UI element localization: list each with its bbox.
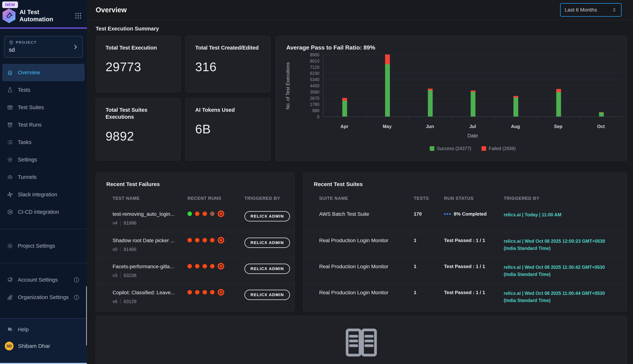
legend-swatch [430,146,434,151]
summary-card-value: 6B [195,122,261,136]
suite-tests-count: 1 [414,264,444,269]
x-tick [366,117,367,119]
run-status-dot-red[interactable] [203,238,207,242]
x-tick [494,117,495,119]
suite-name[interactable]: Real Production Login Monitor [319,290,414,296]
documentation-card: Harness AI Test Automation Documentation… [96,316,627,364]
failure-row: test-removing_auto_login...v481996RELICX… [96,206,294,232]
run-status-dot-ring[interactable] [218,210,224,217]
run-status-dot-red[interactable] [210,290,214,294]
triggered-by-button[interactable]: RELICX ADMIN [244,290,290,300]
test-version-id: v663129 [113,299,187,304]
run-status-dot-red[interactable] [187,264,192,268]
run-status-dot-red[interactable] [210,264,214,268]
test-run-id: 81996 [124,220,136,226]
run-status-dot-red[interactable] [203,264,207,268]
gridline [324,54,622,54]
page-header: Overview Last 6 Months [87,0,633,20]
summary-row: Total Test Execution29773Total Test Crea… [96,36,627,161]
suite-triggered-by[interactable]: relicx.ai | Today | 11:00 AM [504,211,620,218]
sidebar-item-project-settings[interactable]: Project Settings [2,237,85,255]
sidebar-item-label: Tunnels [18,174,85,180]
suite-triggered-by[interactable]: relicx.ai | Wed Oct 08 2025 11:30:42 GMT… [504,264,620,278]
run-status-dot-red[interactable] [195,264,199,268]
test-version: v0 [113,247,117,252]
test-name[interactable]: Shadow root Date picker ... [113,238,187,244]
x-tick [409,117,409,119]
triggered-by-button[interactable]: RELICX ADMIN [244,211,290,222]
triggered-by-cell: RELICX ADMIN [244,211,290,222]
sidebar-bottom-edge [0,363,87,364]
run-status-dot-brown[interactable] [210,212,214,216]
x-tick-label: Apr [323,124,366,129]
run-status-dot-red[interactable] [187,290,192,294]
suite-triggered-by[interactable]: relicx.ai | Wed Oct 08 2025 11:00:44 GMT… [504,290,620,304]
run-status-dot-ring[interactable] [218,289,224,296]
grid-icon [7,104,13,110]
suite-name[interactable]: Real Production Login Monitor [319,238,414,244]
summary-card-label: Total Test Suites Executions [106,106,171,120]
sidebar-item-organization-settings[interactable]: Organization Settings [2,288,85,306]
suite-row: AWS Batch Test Suite1708% Completedrelic… [303,206,626,232]
app-logo [3,8,16,23]
sidebar-item-tests[interactable]: Tests [2,81,85,99]
separator [120,273,121,278]
sidebar-divider [0,263,87,263]
sidebar-item-tunnels[interactable]: Tunnels [2,168,85,186]
test-name[interactable]: Copilot: Classified: Leave... [113,290,187,296]
run-status-dot-red[interactable] [195,212,199,216]
sidebar-item-ci-cd-integration[interactable]: CI-CD integration [2,203,85,221]
bar-aug [513,96,518,116]
run-status-dot-red[interactable] [195,238,199,242]
home-icon [7,70,13,76]
user-menu[interactable]: SD Shibam Dhar [5,342,85,350]
suite-name[interactable]: AWS Batch Test Suite [319,211,414,217]
run-status-dot-red[interactable] [187,238,192,242]
run-status-dot-ring[interactable] [218,263,224,270]
run-status-dot-green[interactable] [187,212,192,216]
legend-swatch [481,146,486,151]
test-name[interactable]: test-removing_auto_login... [113,211,187,217]
run-status-dot-ring[interactable] [218,237,224,244]
run-status-dot-red[interactable] [203,212,207,216]
triggered-by-button[interactable]: RELICX ADMIN [244,238,290,248]
sidebar-item-settings[interactable]: Settings [2,151,85,168]
test-run-id: 63238 [124,273,136,278]
column-header: TRIGGERED BY [244,196,287,201]
run-status-dot-red[interactable] [203,290,207,294]
sidebar-item-overview[interactable]: Overview [2,64,85,81]
gear-icon [7,157,13,163]
x-tick-label: May [366,124,409,129]
column-header: RECENT RUNS [187,196,244,201]
column-header: SUITE NAME [319,196,414,201]
bar-success-segment [599,112,604,116]
date-range-select[interactable]: Last 6 Months [560,3,621,17]
suite-run-status: Test Passed : 1 / 1 [444,238,504,243]
project-selector[interactable]: PROJECT sd [4,36,83,58]
sidebar-item-help[interactable]: ? Help [2,321,85,338]
sidebar-item-account-settings[interactable]: Account Settings [2,271,85,288]
bar-may [385,54,390,116]
sidebar-item-test-suites[interactable]: Test Suites [2,99,85,116]
sidebar-item-label: Test Runs [18,122,85,128]
sidebar-item-tasks[interactable]: Tasks [2,134,85,151]
bar-success-segment [513,98,518,116]
bar-failed-segment [513,96,518,98]
sidebar-item-slack-integration[interactable]: Slack integration [2,186,85,203]
info-icon [74,277,80,283]
test-name[interactable]: Facets-performance-gitla... [113,264,187,270]
suite-row: Real Production Login Monitor1Test Passe… [303,284,626,310]
run-status-dot-red[interactable] [210,238,214,242]
apps-grid-icon[interactable] [74,12,82,20]
triggered-by-button[interactable]: RELICX ADMIN [244,264,290,274]
chevron-updown-icon [611,7,617,13]
new-badge: NEW [2,2,18,8]
failure-row: Shadow root Date picker ...v081466RELICX… [96,232,294,258]
user-name: Shibam Dhar [18,343,50,349]
suite-triggered-by[interactable]: relicx.ai | Wed Oct 08 2025 12:00:23 GMT… [504,238,620,252]
run-status-dot-red[interactable] [195,290,199,294]
bar-failed-segment [556,89,561,92]
y-tick-label: 6230 [300,71,319,76]
suite-name[interactable]: Real Production Login Monitor [319,264,414,270]
sidebar-item-test-runs[interactable]: Test Runs [2,116,85,134]
